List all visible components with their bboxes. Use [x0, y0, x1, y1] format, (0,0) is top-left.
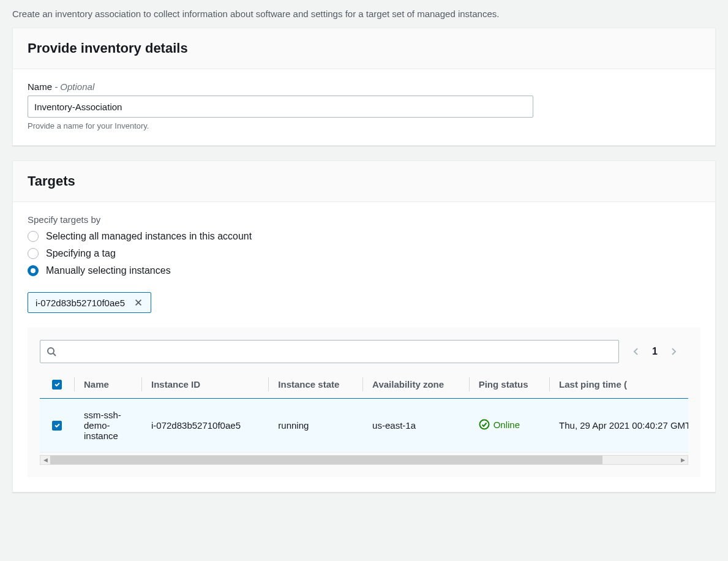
panel-header: Provide inventory details — [13, 28, 715, 69]
select-all-checkbox[interactable] — [52, 380, 62, 390]
inventory-details-panel: Provide inventory details Name - Optiona… — [12, 28, 716, 146]
instances-table-wrapper: Name Instance ID Instance state Availabi… — [40, 371, 688, 453]
targets-panel: Targets Specify targets by Selecting all… — [12, 160, 716, 492]
radio-label: Specifying a tag — [46, 248, 116, 259]
cell-ping: Online — [469, 399, 549, 453]
cell-last-ping: Thu, 29 Apr 2021 00:40:27 GMT — [549, 399, 688, 453]
col-ping-status[interactable]: Ping status — [469, 371, 549, 399]
inventory-name-input[interactable] — [28, 96, 533, 118]
scroll-thumb[interactable] — [50, 456, 602, 464]
name-field-label: Name - Optional — [28, 81, 700, 92]
ping-status-badge: Online — [479, 419, 520, 430]
radio-label: Selecting all managed instances in this … — [46, 231, 252, 242]
pagination-next[interactable] — [669, 347, 678, 356]
pagination: 1 — [631, 346, 678, 357]
radio-specify-tag[interactable]: Specifying a tag — [28, 248, 700, 259]
scroll-right-arrow[interactable]: ▶ — [678, 456, 688, 464]
cell-az: us-east-1a — [362, 399, 469, 453]
instances-table: Name Instance ID Instance state Availabi… — [40, 371, 688, 453]
name-label-text: Name — [28, 81, 52, 92]
instances-search-input[interactable] — [40, 340, 619, 363]
row-checkbox[interactable] — [52, 421, 62, 431]
checkmark-icon — [54, 422, 61, 429]
scroll-track[interactable] — [50, 456, 678, 464]
svg-line-3 — [53, 353, 56, 356]
cell-name: ssm-ssh-demo-instance — [74, 399, 141, 453]
name-optional-text: - Optional — [52, 81, 94, 92]
table-header-row: Name Instance ID Instance state Availabi… — [40, 371, 688, 399]
status-positive-icon — [479, 419, 490, 430]
radio-all-instances[interactable]: Selecting all managed instances in this … — [28, 231, 700, 242]
svg-point-4 — [479, 420, 489, 429]
svg-point-2 — [48, 348, 54, 354]
pagination-prev[interactable] — [631, 347, 641, 356]
ping-status-text: Online — [493, 420, 520, 430]
name-hint: Provide a name for your Inventory. — [28, 121, 700, 130]
cell-instance-id: i-072d83b52710f0ae5 — [141, 399, 268, 453]
chevron-right-icon — [669, 347, 678, 356]
selected-instance-token: i-072d83b52710f0ae5 — [28, 292, 151, 313]
horizontal-scrollbar[interactable]: ◀ ▶ — [40, 455, 688, 465]
col-instance-state[interactable]: Instance state — [268, 371, 362, 399]
chevron-left-icon — [631, 347, 641, 356]
radio-icon — [28, 265, 39, 276]
header-select-all — [40, 371, 74, 399]
token-label: i-072d83b52710f0ae5 — [36, 298, 125, 308]
inventory-details-title: Provide inventory details — [28, 40, 700, 56]
targets-radio-group: Selecting all managed instances in this … — [28, 231, 700, 276]
cell-instance-state: running — [268, 399, 362, 453]
radio-icon — [28, 231, 39, 242]
checkmark-icon — [54, 381, 61, 388]
col-availability-zone[interactable]: Availability zone — [362, 371, 469, 399]
radio-icon — [28, 248, 39, 259]
page-description: Create an inventory association to colle… — [0, 0, 728, 28]
specify-targets-label: Specify targets by — [28, 214, 700, 225]
instances-container: 1 — [28, 328, 700, 477]
table-row[interactable]: ssm-ssh-demo-instance i-072d83b52710f0ae… — [40, 399, 688, 453]
radio-manual-instances[interactable]: Manually selecting instances — [28, 265, 700, 276]
col-name[interactable]: Name — [74, 371, 141, 399]
radio-label: Manually selecting instances — [46, 265, 171, 276]
close-icon — [134, 298, 143, 307]
col-last-ping[interactable]: Last ping time ( — [549, 371, 688, 399]
col-instance-id[interactable]: Instance ID — [141, 371, 268, 399]
pagination-current: 1 — [652, 346, 658, 357]
targets-title: Targets — [28, 173, 700, 189]
scroll-left-arrow[interactable]: ◀ — [40, 456, 50, 464]
panel-header: Targets — [13, 161, 715, 202]
search-icon — [47, 347, 56, 356]
search-text-field[interactable] — [56, 347, 612, 357]
token-remove-button[interactable] — [132, 296, 144, 309]
